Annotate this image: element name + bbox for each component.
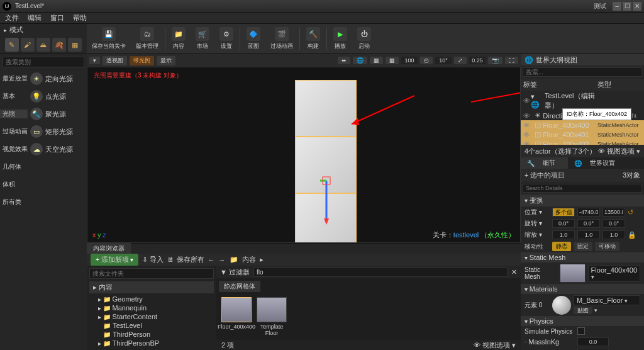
tab-geometry[interactable]: 几何体	[0, 162, 28, 171]
save-all-button[interactable]: 🗎 保存所有	[167, 255, 204, 264]
menu-edit[interactable]: 编辑	[28, 13, 42, 23]
toolbar-content[interactable]: 📁内容	[167, 24, 191, 54]
section-static-mesh[interactable]: ▾ Static Mesh	[521, 252, 644, 262]
rot-z[interactable]	[602, 219, 625, 228]
tree-root[interactable]: ▸ 内容	[89, 281, 214, 293]
mass-input[interactable]	[577, 337, 609, 346]
outliner-row-floor1[interactable]: 👁 ◫ Floor_400x401StaticMeshActor	[521, 130, 644, 139]
mesh-thumb[interactable]	[560, 264, 586, 283]
sources-search[interactable]	[89, 268, 214, 279]
tree-mannequin[interactable]: ▸ 📁 Mannequin	[89, 303, 214, 312]
mobility-static[interactable]: 静态	[552, 242, 571, 251]
outliner-search[interactable]	[523, 67, 642, 77]
vp-surface-icon[interactable]: ▦	[370, 57, 383, 64]
mode-foliage-icon[interactable]: 🍂	[52, 38, 66, 52]
toolbar-build[interactable]: 🔨构建	[301, 24, 325, 54]
toolbar-market[interactable]: 🛒市场	[191, 24, 214, 54]
path-fwd[interactable]: →	[219, 256, 226, 264]
minimize-button[interactable]: –	[613, 2, 621, 11]
vp-camera-icon[interactable]: 📷	[488, 57, 502, 64]
menu-file[interactable]: 文件	[5, 13, 19, 23]
scale-z[interactable]	[602, 230, 625, 239]
tab-all[interactable]: 所有类	[0, 198, 28, 206]
tree-starter[interactable]: ▸ 📁 StarterContent	[89, 312, 214, 321]
close-button[interactable]: ✕	[633, 2, 641, 11]
tab-details[interactable]: 🔧 细节	[521, 157, 568, 169]
rot-x[interactable]	[552, 219, 575, 228]
toolbar-blueprint[interactable]: 🔷蓝图	[242, 24, 265, 54]
section-materials[interactable]: ▾ Materials	[521, 284, 644, 294]
menu-window[interactable]: 窗口	[50, 13, 64, 23]
vp-grid-icon[interactable]: ▦	[386, 57, 399, 64]
toolbar-cinematic[interactable]: 🎬过场动画	[265, 24, 298, 54]
vp-angle-value[interactable]: 10°	[435, 57, 452, 64]
toolbar-save[interactable]: 💾保存当前关卡	[87, 24, 131, 54]
vp-scale-value[interactable]: 0.25	[469, 57, 486, 64]
tree-testlevel[interactable]: 📁 TestLevel	[89, 321, 214, 330]
item-rect-light[interactable]: ▭矩形光源	[28, 125, 87, 138]
path-back[interactable]: ←	[208, 256, 215, 264]
mesh-dropdown[interactable]: Floor_400x400 ▾	[588, 265, 640, 281]
import-button[interactable]: ⇩ 导入	[142, 255, 164, 264]
material-dropdown[interactable]: M_Basic_Floor ▾	[574, 295, 640, 305]
filter-input[interactable]	[253, 268, 508, 277]
filter-chip-staticmesh[interactable]: 静态网格体	[219, 281, 260, 292]
vp-angle-icon[interactable]: ◴	[420, 57, 433, 64]
mode-landscape-icon[interactable]: ⛰	[36, 38, 50, 52]
place-search-input[interactable]	[3, 57, 84, 67]
add-new-button[interactable]: + 添加新项 ▾	[91, 254, 138, 266]
toolbar-play[interactable]: ▶播放	[328, 24, 352, 54]
mobility-fixed[interactable]: 固定	[574, 242, 592, 251]
toolbar-settings[interactable]: ⚙设置	[214, 24, 238, 54]
reset-icon[interactable]: ↺	[628, 208, 633, 217]
mobility-movable[interactable]: 可移动	[595, 242, 619, 251]
asset-template[interactable]: Template Floor	[257, 297, 287, 336]
vp-coord-icon[interactable]: 🌐	[353, 57, 367, 64]
tree-thirdperson[interactable]: 📁 ThirdPerson	[89, 330, 214, 339]
content-browser-tab[interactable]: 内容浏览器	[87, 243, 131, 254]
tab-cinematic[interactable]: 过场动画	[0, 127, 28, 136]
tab-volumes[interactable]: 体积	[0, 180, 28, 189]
eye-icon[interactable]: 👁	[523, 121, 531, 129]
item-point-light[interactable]: 💡点光源	[28, 90, 87, 103]
tree-geometry[interactable]: ▸ 📁 Geometry	[89, 295, 214, 303]
breadcrumb[interactable]: 内容	[242, 255, 256, 264]
vp-lit-button[interactable]: 带光照	[130, 56, 154, 65]
mode-geometry-icon[interactable]: ▦	[68, 38, 82, 52]
mode-paint-icon[interactable]: 🖌	[21, 38, 35, 52]
scale-x[interactable]	[552, 230, 575, 239]
maximize-button[interactable]: ☐	[623, 2, 631, 11]
col-label[interactable]: 标签	[523, 80, 597, 89]
toolbar-launch[interactable]: ⏻启动	[352, 24, 376, 54]
tab-basic[interactable]: 基本	[0, 92, 28, 101]
eye-icon[interactable]: 👁	[523, 140, 531, 145]
material-ball-icon[interactable]	[552, 296, 571, 315]
asset-floor[interactable]: Floor_400x400	[221, 297, 252, 336]
section-physics[interactable]: ▾ Physics	[521, 316, 644, 326]
tab-lights[interactable]: 光照	[0, 110, 28, 118]
filter-clear-icon[interactable]: ✕	[511, 268, 517, 276]
texture-chip[interactable]: 贴图	[574, 307, 592, 314]
tree-thirdpersonbp[interactable]: ▸ 📁 ThirdPersonBP	[89, 339, 214, 347]
item-directional-light[interactable]: ☀定向光源	[28, 72, 87, 85]
eye-icon[interactable]: 👁	[523, 112, 531, 120]
tab-world-settings[interactable]: 🌐 世界设置	[568, 157, 628, 169]
lock-icon[interactable]: 🔒	[628, 231, 636, 239]
browser-view-options[interactable]: 👁 视图选项 ▾	[474, 341, 516, 350]
vp-menu-button[interactable]: ▾	[89, 57, 100, 64]
vp-perspective-button[interactable]: 透视图	[103, 56, 127, 65]
toolbar-source[interactable]: 🗂版本管理	[131, 24, 164, 54]
vp-maximize-icon[interactable]: ⛶	[505, 57, 518, 64]
scale-y[interactable]	[577, 230, 600, 239]
item-sky-light[interactable]: ☁天空光源	[28, 143, 87, 155]
outliner-row-floor2[interactable]: 👁 ◫ Floor_400x402StaticMeshActor	[521, 139, 644, 145]
section-transform[interactable]: ▾ 变换	[521, 195, 644, 206]
pos-y[interactable]	[577, 208, 600, 217]
vp-snap-value[interactable]: 100	[401, 57, 418, 64]
details-search[interactable]	[523, 184, 642, 193]
outliner-view-options[interactable]: 👁 视图选项 ▾	[598, 147, 640, 156]
pos-z[interactable]	[602, 208, 625, 217]
viewport[interactable]: 光照需要重建（3 未构建 对象） x y z 关卡：testlevel （永久性…	[87, 67, 521, 243]
vp-show-button[interactable]: 显示	[157, 56, 175, 65]
eye-icon[interactable]: 👁	[523, 97, 531, 104]
